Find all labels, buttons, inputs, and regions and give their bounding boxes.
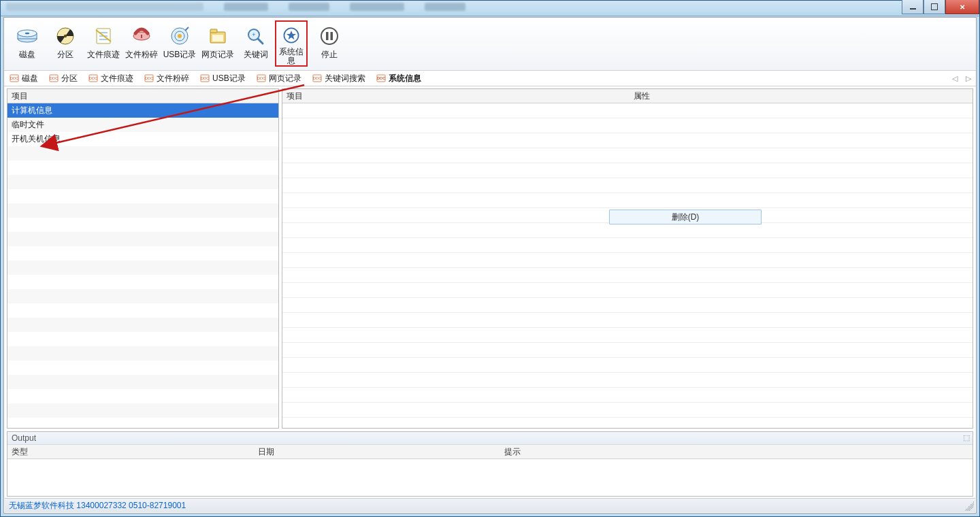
right-panel: 项目 属性 xyxy=(282,88,973,429)
tool-keyword[interactable]: + 关键词 xyxy=(237,20,275,67)
tool-disk[interactable]: 磁盘 xyxy=(8,20,46,67)
file-shred-icon xyxy=(130,24,153,48)
tab-doc-icon: DOC xyxy=(312,74,322,82)
tab-label: 文件粉碎 xyxy=(157,73,189,84)
list-item[interactable] xyxy=(7,146,278,161)
svg-point-3 xyxy=(25,33,29,35)
tool-usb-record[interactable]: USB记录 xyxy=(161,20,199,67)
tool-label: 停止 xyxy=(321,50,338,59)
list-item[interactable] xyxy=(7,403,278,418)
tab-doc-icon: DOC xyxy=(376,74,386,82)
list-item[interactable] xyxy=(7,289,278,303)
table-row[interactable] xyxy=(282,388,973,403)
table-row[interactable] xyxy=(282,223,973,238)
table-row[interactable] xyxy=(282,313,973,328)
web-record-icon xyxy=(206,24,229,48)
table-row[interactable] xyxy=(282,178,973,193)
list-item[interactable] xyxy=(7,318,278,332)
list-item[interactable] xyxy=(7,261,278,275)
tool-stop[interactable]: 停止 xyxy=(310,20,348,67)
tab-label: 磁盘 xyxy=(22,73,38,84)
output-title: Output ⬚ xyxy=(7,432,973,445)
table-row[interactable] xyxy=(282,343,973,358)
list-item[interactable] xyxy=(7,175,278,189)
left-item-power-info[interactable]: 开机关机信息 xyxy=(7,132,278,146)
list-item[interactable] xyxy=(7,346,278,361)
left-item-computer-info[interactable]: 计算机信息 xyxy=(7,103,278,118)
svg-text:DOC: DOC xyxy=(257,76,265,80)
tab-doc-icon: DOC xyxy=(49,74,59,82)
table-row[interactable] xyxy=(282,298,973,313)
tool-file-trace[interactable]: 文件痕迹 xyxy=(84,20,122,67)
tab-doc-icon: DOC xyxy=(144,74,154,82)
right-panel-rows[interactable]: 删除(D) xyxy=(282,103,973,428)
tab-system-info[interactable]: DOC 系统信息 xyxy=(371,71,427,86)
table-row[interactable] xyxy=(282,238,973,253)
maximize-button[interactable] xyxy=(924,0,945,14)
resize-grip-icon[interactable] xyxy=(964,501,974,511)
tab-label: 分区 xyxy=(61,73,78,84)
table-row[interactable] xyxy=(282,283,973,298)
svg-rect-16 xyxy=(210,29,217,33)
table-row[interactable] xyxy=(282,328,973,343)
list-item[interactable] xyxy=(7,303,278,318)
tab-doc-icon: DOC xyxy=(88,74,98,82)
table-row[interactable] xyxy=(282,403,973,418)
list-item[interactable] xyxy=(7,361,278,375)
list-item[interactable] xyxy=(7,161,278,175)
list-item[interactable] xyxy=(7,389,278,403)
main-toolbar: 磁盘 分区 文件痕迹 文件粉碎 xyxy=(4,18,976,71)
tool-partition[interactable]: 分区 xyxy=(46,20,84,67)
list-item[interactable] xyxy=(7,218,278,232)
list-item[interactable] xyxy=(7,246,278,261)
tab-usb-record[interactable]: DOC USB记录 xyxy=(195,71,251,86)
tab-partition[interactable]: DOC 分区 xyxy=(44,71,83,86)
delete-context-button[interactable]: 删除(D) xyxy=(609,210,762,224)
tab-web-record[interactable]: DOC 网页记录 xyxy=(251,71,307,86)
table-row[interactable] xyxy=(282,373,973,388)
table-row[interactable] xyxy=(282,253,973,268)
tool-system-info[interactable]: 系统信息 xyxy=(275,20,308,67)
right-header-attr: 属性 xyxy=(634,90,973,102)
list-item[interactable] xyxy=(7,375,278,389)
tab-disk[interactable]: DOC 磁盘 xyxy=(4,71,44,86)
tab-scroll-left[interactable]: ◁ xyxy=(950,74,960,83)
left-item-temp-files[interactable]: 临时文件 xyxy=(7,118,278,132)
output-pane: Output ⬚ 类型 日期 提示 xyxy=(7,431,973,497)
minimize-button[interactable] xyxy=(902,0,924,14)
list-item[interactable] xyxy=(7,232,278,246)
tab-keyword-search[interactable]: DOC 关键词搜索 xyxy=(307,71,371,86)
tab-file-shred[interactable]: DOC 文件粉碎 xyxy=(139,71,195,86)
tab-doc-icon: DOC xyxy=(10,74,19,82)
table-row[interactable] xyxy=(282,163,973,178)
table-row[interactable] xyxy=(282,418,973,428)
pin-icon[interactable]: ⬚ xyxy=(963,433,970,442)
list-item[interactable] xyxy=(7,203,278,218)
svg-rect-17 xyxy=(212,35,223,41)
table-row[interactable] xyxy=(282,268,973,283)
table-row[interactable] xyxy=(282,193,973,208)
list-item[interactable] xyxy=(7,332,278,346)
svg-point-14 xyxy=(178,34,182,38)
list-item[interactable] xyxy=(7,189,278,203)
table-row[interactable] xyxy=(282,358,973,373)
tool-web-record[interactable]: 网页记录 xyxy=(199,20,237,67)
output-rows[interactable] xyxy=(7,459,973,496)
table-row[interactable] xyxy=(282,118,973,133)
svg-line-19 xyxy=(258,39,263,44)
table-row[interactable] xyxy=(282,103,973,118)
svg-text:DOC: DOC xyxy=(313,76,321,80)
close-button[interactable]: ✕ xyxy=(945,0,979,14)
tool-file-shred[interactable]: 文件粉碎 xyxy=(122,20,161,67)
table-row[interactable] xyxy=(282,133,973,148)
tab-scroll-arrows: ◁ ▷ xyxy=(950,71,973,86)
svg-text:DOC: DOC xyxy=(145,76,153,80)
left-panel-rows[interactable]: 计算机信息 临时文件 开机关机信息 xyxy=(7,103,278,428)
svg-text:+: + xyxy=(252,31,255,38)
tab-file-trace[interactable]: DOC 文件痕迹 xyxy=(83,71,139,86)
right-header-item: 项目 xyxy=(287,90,634,102)
list-item[interactable] xyxy=(7,275,278,289)
table-row[interactable] xyxy=(282,148,973,163)
tab-scroll-right[interactable]: ▷ xyxy=(964,74,973,83)
status-link[interactable]: 无锡蓝梦软件科技 13400027332 0510-82719001 xyxy=(9,500,186,512)
